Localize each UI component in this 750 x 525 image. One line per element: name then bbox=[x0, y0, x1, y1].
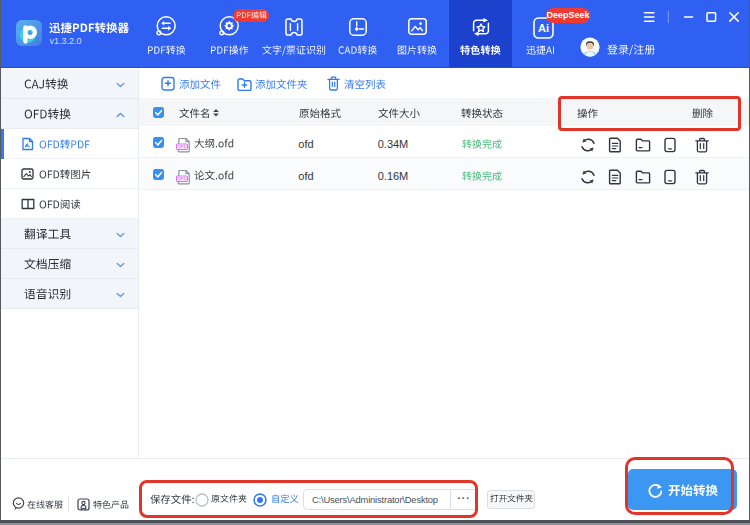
svg-text:OFD: OFD bbox=[178, 176, 187, 181]
svg-text:Ai: Ai bbox=[538, 22, 549, 34]
svg-text:OFD: OFD bbox=[178, 144, 187, 149]
